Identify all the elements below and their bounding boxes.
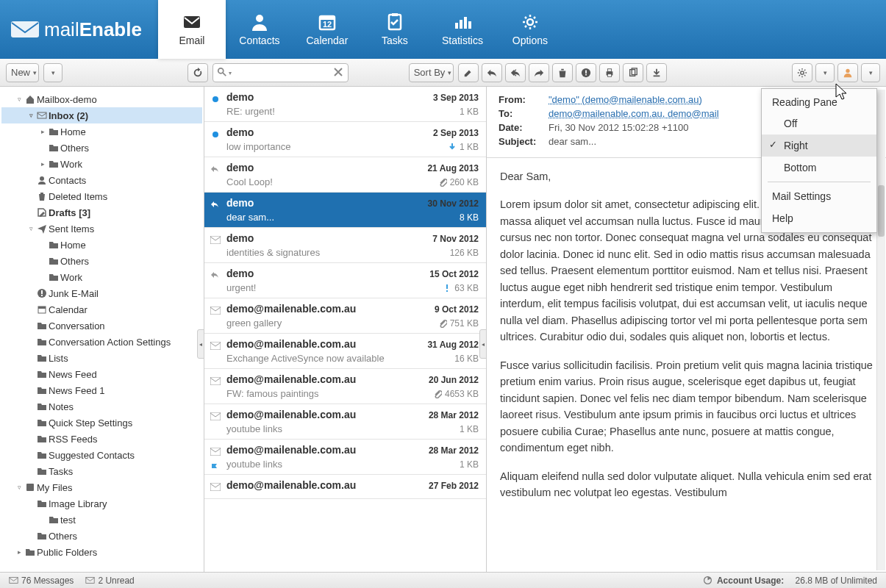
menu-title: Reading Pane bbox=[762, 92, 876, 112]
clear-search-icon[interactable] bbox=[332, 66, 344, 78]
svg-text:12: 12 bbox=[323, 20, 332, 29]
tree-calendar[interactable]: Calendar bbox=[1, 301, 202, 318]
svg-rect-25 bbox=[37, 112, 46, 118]
print-button[interactable] bbox=[599, 63, 620, 82]
new-button[interactable]: New▾ bbox=[6, 63, 39, 82]
tree-news-feed-1[interactable]: News Feed 1 bbox=[1, 382, 202, 398]
para3: Aliquam eleifend nulla sed dolor vulputa… bbox=[500, 468, 873, 501]
svg-rect-20 bbox=[608, 74, 612, 76]
message-item[interactable]: demo21 Aug 2013Cool Loop! 260 KB bbox=[204, 157, 486, 193]
nav-contacts[interactable]: Contacts bbox=[226, 0, 293, 59]
folder-tree: ▿Mailbox-demo▿Inbox (2)▸HomeOthers▸WorkC… bbox=[0, 87, 204, 572]
tree-home[interactable]: ▸Home bbox=[1, 123, 202, 140]
forward-button[interactable] bbox=[529, 63, 549, 82]
main-nav: EmailContacts12CalendarTasksStatisticsOp… bbox=[158, 0, 564, 59]
pie-icon bbox=[703, 576, 712, 585]
tree-junk-e-mail[interactable]: Junk E-Mail bbox=[1, 285, 202, 301]
app-header: mailEnable EmailContacts12CalendarTasksS… bbox=[0, 0, 886, 59]
tree-rss-feeds[interactable]: RSS Feeds bbox=[1, 431, 202, 447]
tree-news-feed[interactable]: News Feed bbox=[1, 366, 202, 382]
menu-right[interactable]: Right bbox=[762, 135, 876, 157]
tree-conversation-action-settings[interactable]: Conversation Action Settings bbox=[1, 334, 202, 350]
tree-others[interactable]: Others bbox=[1, 528, 202, 544]
tree-deleted-items[interactable]: Deleted Items bbox=[1, 188, 202, 204]
message-item[interactable]: demo3 Sep 2013RE: urgent! 1 KB bbox=[204, 87, 486, 122]
user-dropdown[interactable]: ▾ bbox=[861, 63, 880, 82]
search-input[interactable] bbox=[212, 63, 349, 82]
tree-suggested-contacts[interactable]: Suggested Contacts bbox=[1, 447, 202, 463]
nav-email[interactable]: Email bbox=[158, 0, 226, 59]
tree-image-library[interactable]: Image Library bbox=[1, 495, 202, 512]
copy-button[interactable] bbox=[623, 63, 643, 82]
message-item[interactable]: demo@mailenable.com.au20 Jun 2012FW: fam… bbox=[204, 369, 486, 404]
tree-my-files[interactable]: ▿My Files bbox=[1, 479, 202, 495]
tree-home[interactable]: Home bbox=[1, 237, 202, 253]
svg-point-2 bbox=[256, 15, 263, 22]
to-value[interactable]: demo@mailenable.com.au, demo@mail bbox=[549, 108, 719, 119]
menu-bottom[interactable]: Bottom bbox=[762, 157, 876, 179]
settings-dropdown[interactable]: ▾ bbox=[815, 63, 835, 82]
tree-public-folders[interactable]: ▸Public Folders bbox=[1, 544, 202, 560]
message-item[interactable]: demo30 Nov 2012dear sam... 8 KB bbox=[204, 193, 486, 228]
tree-sent-items[interactable]: ▿Sent Items bbox=[1, 220, 202, 237]
svg-rect-35 bbox=[446, 290, 448, 292]
user-button[interactable] bbox=[837, 63, 858, 82]
tree-test[interactable]: test bbox=[1, 512, 202, 528]
message-item[interactable]: demo@mailenable.com.au27 Feb 2012 bbox=[204, 475, 486, 499]
pane-scrollbar[interactable] bbox=[876, 90, 885, 570]
message-item[interactable]: demo15 Oct 2012urgent! 63 KB bbox=[204, 263, 486, 298]
settings-menu: Reading Pane Off Right Bottom Mail Setti… bbox=[761, 88, 877, 233]
tree-work[interactable]: ▸Work bbox=[1, 156, 202, 172]
tree-lists[interactable]: Lists bbox=[1, 350, 202, 366]
spam-button[interactable] bbox=[576, 63, 596, 82]
replyall-button[interactable] bbox=[505, 63, 526, 82]
tree-work[interactable]: Work bbox=[1, 269, 202, 285]
message-item[interactable]: demo7 Nov 2012identities & signatures 12… bbox=[204, 228, 486, 263]
tree-others[interactable]: Others bbox=[1, 253, 202, 269]
nav-calendar[interactable]: 12Calendar bbox=[293, 0, 361, 59]
status-usage: Account Usage: 26.8 MB of Unlimited bbox=[703, 576, 877, 586]
message-item[interactable]: demo2 Sep 2013low importance 1 KB bbox=[204, 122, 486, 157]
delete-button[interactable] bbox=[552, 63, 573, 82]
sortby-button[interactable]: Sort By▾ bbox=[409, 63, 454, 82]
svg-point-23 bbox=[801, 71, 804, 74]
tree-notes[interactable]: Notes bbox=[1, 398, 202, 415]
message-list: demo3 Sep 2013RE: urgent! 1 KBdemo2 Sep … bbox=[204, 87, 487, 572]
menu-off[interactable]: Off bbox=[762, 112, 876, 135]
tree-contacts[interactable]: Contacts bbox=[1, 172, 202, 188]
nav-tasks[interactable]: Tasks bbox=[361, 0, 429, 59]
edit-button[interactable] bbox=[458, 63, 479, 82]
reply-button[interactable] bbox=[482, 63, 502, 82]
svg-point-24 bbox=[846, 68, 849, 72]
search-box[interactable]: ▾ bbox=[212, 63, 349, 82]
svg-rect-29 bbox=[41, 295, 43, 296]
message-item[interactable]: demo@mailenable.com.au31 Aug 2012Exchang… bbox=[204, 334, 486, 369]
settings-button[interactable] bbox=[792, 63, 812, 82]
list-collapse-handle[interactable]: ◂ bbox=[479, 329, 487, 359]
tree-drafts-3-[interactable]: Drafts [3] bbox=[1, 204, 202, 220]
message-item[interactable]: demo@mailenable.com.au9 Oct 2012green ga… bbox=[204, 298, 486, 334]
svg-rect-8 bbox=[455, 23, 458, 29]
date-label: Date: bbox=[499, 122, 549, 133]
tree-conversation[interactable]: Conversation bbox=[1, 318, 202, 334]
tree-tasks[interactable]: Tasks bbox=[1, 463, 202, 479]
refresh-button[interactable] bbox=[187, 63, 208, 82]
tree-mailbox-demo[interactable]: ▿Mailbox-demo bbox=[1, 91, 202, 107]
nav-options[interactable]: Options bbox=[496, 0, 564, 59]
svg-point-12 bbox=[527, 19, 533, 25]
menu-help[interactable]: Help bbox=[762, 207, 876, 229]
tree-others[interactable]: Others bbox=[1, 140, 202, 156]
from-value[interactable]: "demo" (demo@mailenable.com.au) bbox=[549, 94, 702, 105]
download-button[interactable] bbox=[646, 63, 667, 82]
nav-statistics[interactable]: Statistics bbox=[429, 0, 496, 59]
svg-point-26 bbox=[40, 176, 44, 181]
svg-rect-10 bbox=[464, 17, 467, 29]
tree-quick-step-settings[interactable]: Quick Step Settings bbox=[1, 415, 202, 431]
message-item[interactable]: demo@mailenable.com.au28 Mar 2012youtube… bbox=[204, 404, 486, 440]
svg-rect-32 bbox=[26, 484, 34, 491]
tree-collapse-handle[interactable]: ◂ bbox=[197, 329, 204, 359]
menu-mail-settings[interactable]: Mail Settings bbox=[762, 185, 876, 207]
message-item[interactable]: demo@mailenable.com.au28 Mar 2012youtube… bbox=[204, 440, 486, 475]
new-dropdown[interactable]: ▾ bbox=[43, 63, 62, 82]
tree-inbox-2-[interactable]: ▿Inbox (2) bbox=[1, 107, 202, 123]
